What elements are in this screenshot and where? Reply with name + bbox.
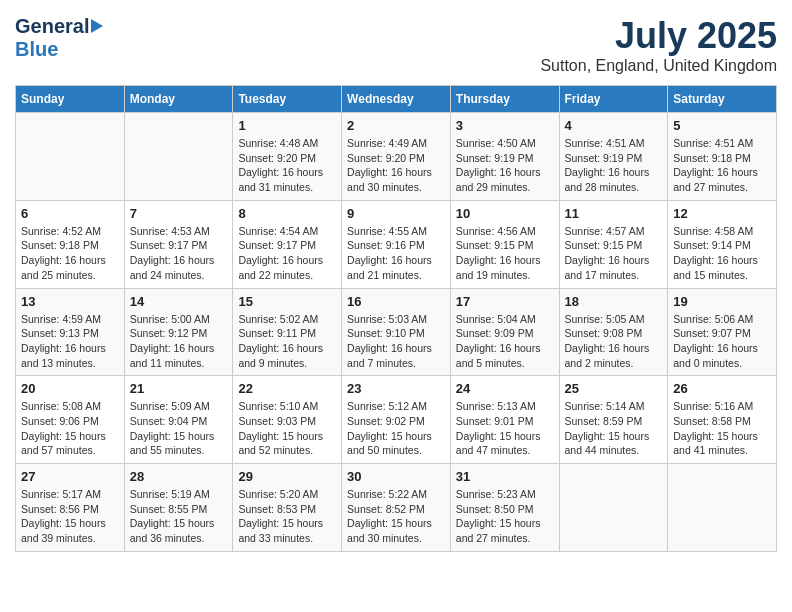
day-info: Sunrise: 5:20 AM Sunset: 8:53 PM Dayligh…	[238, 487, 336, 546]
calendar-week-row: 1Sunrise: 4:48 AM Sunset: 9:20 PM Daylig…	[16, 113, 777, 201]
day-number: 1	[238, 118, 336, 133]
day-info: Sunrise: 4:59 AM Sunset: 9:13 PM Dayligh…	[21, 312, 119, 371]
day-number: 23	[347, 381, 445, 396]
calendar-cell: 23Sunrise: 5:12 AM Sunset: 9:02 PM Dayli…	[342, 376, 451, 464]
day-number: 16	[347, 294, 445, 309]
calendar-cell: 16Sunrise: 5:03 AM Sunset: 9:10 PM Dayli…	[342, 288, 451, 376]
calendar-cell: 6Sunrise: 4:52 AM Sunset: 9:18 PM Daylig…	[16, 200, 125, 288]
day-info: Sunrise: 5:14 AM Sunset: 8:59 PM Dayligh…	[565, 399, 663, 458]
day-number: 9	[347, 206, 445, 221]
calendar-cell: 24Sunrise: 5:13 AM Sunset: 9:01 PM Dayli…	[450, 376, 559, 464]
day-number: 6	[21, 206, 119, 221]
day-info: Sunrise: 5:06 AM Sunset: 9:07 PM Dayligh…	[673, 312, 771, 371]
column-header-tuesday: Tuesday	[233, 86, 342, 113]
day-info: Sunrise: 4:50 AM Sunset: 9:19 PM Dayligh…	[456, 136, 554, 195]
title-block: July 2025 Sutton, England, United Kingdo…	[540, 15, 777, 75]
day-number: 14	[130, 294, 228, 309]
day-info: Sunrise: 4:51 AM Sunset: 9:18 PM Dayligh…	[673, 136, 771, 195]
column-header-saturday: Saturday	[668, 86, 777, 113]
calendar-cell: 15Sunrise: 5:02 AM Sunset: 9:11 PM Dayli…	[233, 288, 342, 376]
calendar-cell: 4Sunrise: 4:51 AM Sunset: 9:19 PM Daylig…	[559, 113, 668, 201]
calendar-cell	[559, 464, 668, 552]
logo-arrow-icon	[91, 19, 103, 33]
calendar-cell: 29Sunrise: 5:20 AM Sunset: 8:53 PM Dayli…	[233, 464, 342, 552]
day-number: 2	[347, 118, 445, 133]
calendar-cell: 26Sunrise: 5:16 AM Sunset: 8:58 PM Dayli…	[668, 376, 777, 464]
column-header-monday: Monday	[124, 86, 233, 113]
day-number: 18	[565, 294, 663, 309]
day-number: 28	[130, 469, 228, 484]
day-info: Sunrise: 5:17 AM Sunset: 8:56 PM Dayligh…	[21, 487, 119, 546]
calendar-cell: 28Sunrise: 5:19 AM Sunset: 8:55 PM Dayli…	[124, 464, 233, 552]
day-info: Sunrise: 4:54 AM Sunset: 9:17 PM Dayligh…	[238, 224, 336, 283]
calendar-cell: 13Sunrise: 4:59 AM Sunset: 9:13 PM Dayli…	[16, 288, 125, 376]
calendar-cell: 14Sunrise: 5:00 AM Sunset: 9:12 PM Dayli…	[124, 288, 233, 376]
calendar-cell: 12Sunrise: 4:58 AM Sunset: 9:14 PM Dayli…	[668, 200, 777, 288]
day-number: 30	[347, 469, 445, 484]
day-info: Sunrise: 5:02 AM Sunset: 9:11 PM Dayligh…	[238, 312, 336, 371]
day-number: 25	[565, 381, 663, 396]
calendar-cell: 17Sunrise: 5:04 AM Sunset: 9:09 PM Dayli…	[450, 288, 559, 376]
day-number: 7	[130, 206, 228, 221]
calendar-cell: 9Sunrise: 4:55 AM Sunset: 9:16 PM Daylig…	[342, 200, 451, 288]
day-info: Sunrise: 4:51 AM Sunset: 9:19 PM Dayligh…	[565, 136, 663, 195]
calendar-cell: 1Sunrise: 4:48 AM Sunset: 9:20 PM Daylig…	[233, 113, 342, 201]
day-number: 31	[456, 469, 554, 484]
calendar-week-row: 6Sunrise: 4:52 AM Sunset: 9:18 PM Daylig…	[16, 200, 777, 288]
calendar-cell: 8Sunrise: 4:54 AM Sunset: 9:17 PM Daylig…	[233, 200, 342, 288]
page-header: General Blue July 2025 Sutton, England, …	[15, 15, 777, 75]
day-number: 22	[238, 381, 336, 396]
day-info: Sunrise: 5:22 AM Sunset: 8:52 PM Dayligh…	[347, 487, 445, 546]
calendar-week-row: 27Sunrise: 5:17 AM Sunset: 8:56 PM Dayli…	[16, 464, 777, 552]
calendar-header-row: SundayMondayTuesdayWednesdayThursdayFrid…	[16, 86, 777, 113]
day-info: Sunrise: 5:19 AM Sunset: 8:55 PM Dayligh…	[130, 487, 228, 546]
day-info: Sunrise: 5:03 AM Sunset: 9:10 PM Dayligh…	[347, 312, 445, 371]
column-header-friday: Friday	[559, 86, 668, 113]
day-info: Sunrise: 5:12 AM Sunset: 9:02 PM Dayligh…	[347, 399, 445, 458]
day-info: Sunrise: 4:56 AM Sunset: 9:15 PM Dayligh…	[456, 224, 554, 283]
day-info: Sunrise: 4:52 AM Sunset: 9:18 PM Dayligh…	[21, 224, 119, 283]
day-info: Sunrise: 5:23 AM Sunset: 8:50 PM Dayligh…	[456, 487, 554, 546]
day-number: 21	[130, 381, 228, 396]
calendar-title: July 2025	[540, 15, 777, 57]
calendar-subtitle: Sutton, England, United Kingdom	[540, 57, 777, 75]
calendar-cell: 27Sunrise: 5:17 AM Sunset: 8:56 PM Dayli…	[16, 464, 125, 552]
calendar-cell: 31Sunrise: 5:23 AM Sunset: 8:50 PM Dayli…	[450, 464, 559, 552]
calendar-cell: 11Sunrise: 4:57 AM Sunset: 9:15 PM Dayli…	[559, 200, 668, 288]
day-number: 4	[565, 118, 663, 133]
calendar-cell	[124, 113, 233, 201]
calendar-cell: 7Sunrise: 4:53 AM Sunset: 9:17 PM Daylig…	[124, 200, 233, 288]
day-number: 12	[673, 206, 771, 221]
column-header-wednesday: Wednesday	[342, 86, 451, 113]
calendar-cell: 10Sunrise: 4:56 AM Sunset: 9:15 PM Dayli…	[450, 200, 559, 288]
day-number: 13	[21, 294, 119, 309]
day-info: Sunrise: 4:57 AM Sunset: 9:15 PM Dayligh…	[565, 224, 663, 283]
day-number: 3	[456, 118, 554, 133]
calendar-cell: 5Sunrise: 4:51 AM Sunset: 9:18 PM Daylig…	[668, 113, 777, 201]
logo-blue: Blue	[15, 38, 58, 61]
calendar-week-row: 13Sunrise: 4:59 AM Sunset: 9:13 PM Dayli…	[16, 288, 777, 376]
day-number: 11	[565, 206, 663, 221]
day-number: 26	[673, 381, 771, 396]
day-info: Sunrise: 4:49 AM Sunset: 9:20 PM Dayligh…	[347, 136, 445, 195]
logo: General Blue	[15, 15, 103, 61]
calendar-week-row: 20Sunrise: 5:08 AM Sunset: 9:06 PM Dayli…	[16, 376, 777, 464]
day-info: Sunrise: 5:08 AM Sunset: 9:06 PM Dayligh…	[21, 399, 119, 458]
calendar-cell: 22Sunrise: 5:10 AM Sunset: 9:03 PM Dayli…	[233, 376, 342, 464]
calendar-cell: 19Sunrise: 5:06 AM Sunset: 9:07 PM Dayli…	[668, 288, 777, 376]
calendar-cell: 20Sunrise: 5:08 AM Sunset: 9:06 PM Dayli…	[16, 376, 125, 464]
day-info: Sunrise: 4:48 AM Sunset: 9:20 PM Dayligh…	[238, 136, 336, 195]
day-info: Sunrise: 5:09 AM Sunset: 9:04 PM Dayligh…	[130, 399, 228, 458]
day-number: 19	[673, 294, 771, 309]
day-number: 8	[238, 206, 336, 221]
calendar-cell: 25Sunrise: 5:14 AM Sunset: 8:59 PM Dayli…	[559, 376, 668, 464]
day-number: 5	[673, 118, 771, 133]
logo-general: General	[15, 15, 89, 38]
calendar-cell: 18Sunrise: 5:05 AM Sunset: 9:08 PM Dayli…	[559, 288, 668, 376]
day-number: 29	[238, 469, 336, 484]
day-info: Sunrise: 4:53 AM Sunset: 9:17 PM Dayligh…	[130, 224, 228, 283]
day-info: Sunrise: 5:16 AM Sunset: 8:58 PM Dayligh…	[673, 399, 771, 458]
day-info: Sunrise: 4:58 AM Sunset: 9:14 PM Dayligh…	[673, 224, 771, 283]
day-info: Sunrise: 5:10 AM Sunset: 9:03 PM Dayligh…	[238, 399, 336, 458]
column-header-sunday: Sunday	[16, 86, 125, 113]
